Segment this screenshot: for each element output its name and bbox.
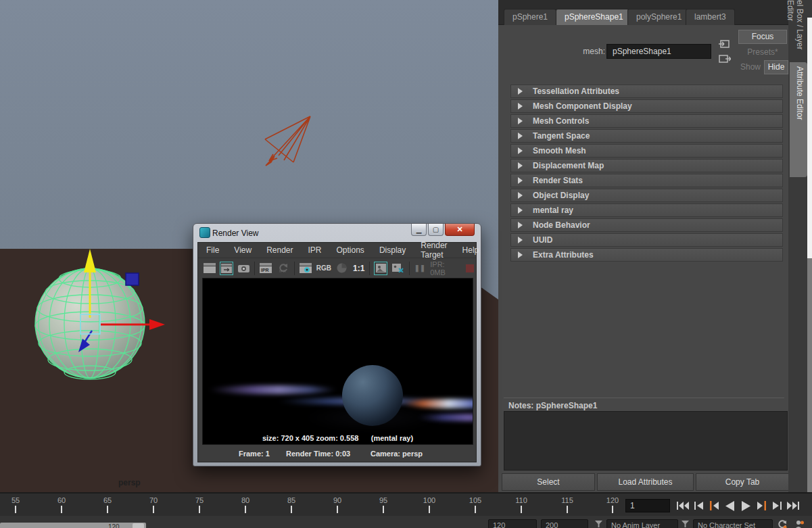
maximize-button[interactable]: ▢ [428, 224, 444, 236]
section-tessellation-attributes[interactable]: Tessellation Attributes [510, 85, 783, 98]
tick-label: 75 [195, 496, 204, 504]
section-label: Object Display [533, 191, 589, 200]
section-node-behavior[interactable]: Node Behavior [510, 218, 783, 232]
manipulator-center-handle[interactable] [80, 314, 100, 334]
mesh-name-field[interactable]: pSphereShape1 [606, 44, 711, 59]
step-forward-frame-button[interactable] [771, 500, 784, 512]
tab-psphereshape1[interactable]: pSphereShape1 [556, 9, 632, 25]
filter-icon[interactable] [595, 520, 602, 528]
anim-layer-field[interactable]: No Anim Layer [606, 519, 678, 528]
step-back-key-button[interactable] [708, 500, 721, 512]
expand-arrow-icon [518, 251, 523, 258]
connection-out-icon[interactable] [719, 53, 731, 64]
section-smooth-mesh[interactable]: Smooth Mesh [510, 144, 783, 158]
step-forward-key-button[interactable] [755, 500, 768, 512]
pause-ipr-icon[interactable]: ❚❚ [414, 264, 425, 272]
menu-render[interactable]: Render [266, 245, 293, 255]
rendered-image[interactable]: size: 720 x 405 zoom: 0.558 (mental ray) [202, 278, 473, 445]
ipr-render-icon[interactable]: IPR [260, 262, 272, 274]
filter-icon[interactable] [682, 520, 689, 528]
tab-attribute-editor[interactable]: Attribute Editor [790, 62, 807, 177]
menu-options[interactable]: Options [337, 245, 364, 255]
go-to-end-button[interactable] [786, 500, 800, 512]
remove-image-icon[interactable] [391, 262, 404, 274]
select-button[interactable]: Select [502, 473, 595, 491]
auto-keyframe-icon[interactable] [778, 520, 787, 528]
minimize-button[interactable]: ▁ [411, 224, 427, 236]
toolbar-separator [254, 262, 255, 275]
notes-textarea[interactable] [504, 411, 788, 471]
tab-lambert3[interactable]: lambert3 [686, 9, 735, 25]
section-label: mental ray [533, 206, 573, 215]
alpha-channel-icon[interactable] [336, 262, 348, 274]
render-settings-icon[interactable] [300, 262, 312, 274]
section-extra-attributes[interactable]: Extra Attributes [510, 248, 783, 262]
range-slider[interactable]: 120 [0, 523, 146, 528]
tick-label: 120 [606, 496, 619, 504]
focus-button[interactable]: Focus [738, 30, 787, 44]
go-to-start-button[interactable] [676, 500, 690, 512]
camera-name-label: persp [118, 478, 141, 487]
divider [504, 398, 784, 398]
red-wire-arrow[interactable] [265, 116, 310, 166]
mesh-label: mesh: [571, 47, 605, 56]
section-tangent-space[interactable]: Tangent Space [510, 129, 783, 143]
show-button[interactable]: Show [738, 61, 763, 74]
blue-plane-handle[interactable] [126, 273, 139, 285]
section-mesh-component-display[interactable]: Mesh Component Display [510, 99, 783, 113]
rgb-channels-button[interactable]: RGB [316, 264, 331, 272]
play-forward-button[interactable] [739, 500, 753, 512]
expand-arrow-icon [518, 133, 523, 139]
section-mental-ray[interactable]: mental ray [510, 203, 783, 217]
range-slider-bar: 120 120 200 No Anim Layer No Character S… [0, 516, 812, 528]
render-view-window[interactable]: Render View ▁ ▢ ✕ File View Render IPR O… [193, 223, 481, 466]
rendered-planet [342, 365, 403, 426]
render-current-frame-icon[interactable] [204, 262, 216, 274]
close-button[interactable]: ✕ [445, 224, 475, 236]
step-back-frame-button[interactable] [692, 500, 705, 512]
character-set-field[interactable]: No Character Set [693, 519, 773, 528]
animation-end-field[interactable]: 200 [541, 519, 588, 528]
range-end-label: 120 [108, 523, 120, 528]
copy-tab-button[interactable]: Copy Tab [696, 473, 789, 491]
manipulator-y-arrowhead[interactable] [84, 249, 96, 272]
svg-text:IPR: IPR [279, 269, 287, 273]
section-label: UUID [533, 235, 552, 245]
animation-preferences-icon[interactable] [794, 520, 804, 528]
manipulator-x-arrowhead[interactable] [149, 319, 165, 330]
load-attributes-button[interactable]: Load Attributes [597, 473, 694, 491]
time-slider[interactable]: 55 60 65 70 75 80 85 90 95 100 105 110 1… [0, 492, 812, 516]
tab-psphere1[interactable]: pSphere1 [504, 9, 556, 25]
menu-file[interactable]: File [206, 245, 219, 255]
tick-label: 85 [287, 496, 295, 504]
stop-render-icon[interactable] [464, 262, 476, 274]
redo-previous-render-icon[interactable] [220, 262, 233, 274]
section-render-stats[interactable]: Render Stats [510, 174, 783, 187]
connection-in-icon[interactable] [719, 39, 731, 49]
window-titlebar[interactable]: Render View ▁ ▢ ✕ [193, 224, 481, 242]
menu-ipr[interactable]: IPR [308, 245, 322, 255]
playback-controls [676, 498, 800, 513]
current-frame-field[interactable]: 1 [625, 499, 670, 512]
tick-label: 55 [11, 496, 20, 504]
section-displacement-map[interactable]: Displacement Map [510, 159, 783, 172]
section-mesh-controls[interactable]: Mesh Controls [510, 114, 783, 128]
range-slider-handle[interactable] [133, 523, 144, 528]
tab-polysphere1[interactable]: polySphere1 [627, 9, 690, 25]
menu-view[interactable]: View [234, 245, 252, 255]
menu-display[interactable]: Display [379, 245, 406, 255]
presets-button[interactable]: Presets* [738, 46, 787, 59]
real-size-button[interactable]: 1:1 [353, 264, 364, 273]
playback-end-field[interactable]: 120 [488, 519, 537, 528]
tab-channel-box-layer-editor[interactable]: el Box / Layer Editor [790, 0, 807, 61]
keep-image-icon[interactable] [375, 262, 387, 274]
menu-render-target[interactable]: Render Target [421, 241, 447, 260]
section-uuid[interactable]: UUID [510, 233, 783, 247]
section-object-display[interactable]: Object Display [510, 189, 783, 202]
play-backwards-button[interactable] [723, 500, 737, 512]
render-time-status: Render Time: 0:03 [286, 450, 350, 458]
snapshot-icon[interactable] [237, 262, 249, 274]
menu-help[interactable]: Help [462, 245, 479, 255]
ipr-refresh-icon[interactable]: IPR [277, 262, 289, 274]
hide-button[interactable]: Hide [764, 60, 788, 74]
